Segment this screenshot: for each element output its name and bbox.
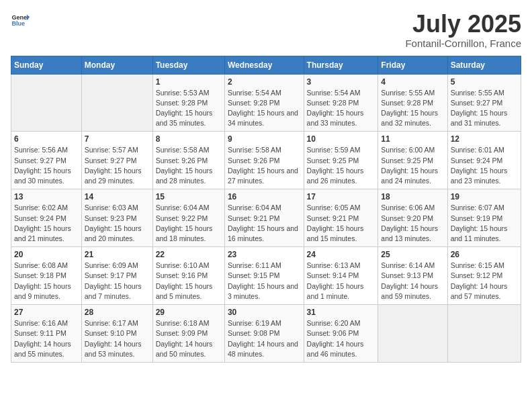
calendar-cell: 28Sunrise: 6:17 AMSunset: 9:10 PMDayligh… [81,305,152,363]
day-number: 30 [228,308,301,317]
day-number: 12 [451,134,518,144]
day-number: 9 [228,134,301,144]
calendar-table: SundayMondayTuesdayWednesdayThursdayFrid… [11,56,521,363]
day-number: 5 [451,77,518,87]
calendar-cell: 21Sunrise: 6:09 AMSunset: 9:17 PMDayligh… [81,247,152,305]
day-number: 28 [85,308,150,317]
day-number: 23 [228,250,301,259]
day-detail: Sunrise: 5:58 AMSunset: 9:26 PMDaylight:… [156,145,222,186]
header-cell-monday: Monday [81,56,152,74]
calendar-cell [378,305,447,363]
day-detail: Sunrise: 6:15 AMSunset: 9:12 PMDaylight:… [451,261,518,302]
day-detail: Sunrise: 6:03 AMSunset: 9:23 PMDaylight:… [85,203,150,244]
day-detail: Sunrise: 6:08 AMSunset: 9:18 PMDaylight:… [14,261,79,302]
day-detail: Sunrise: 5:56 AMSunset: 9:27 PMDaylight:… [14,145,79,186]
day-detail: Sunrise: 5:55 AMSunset: 9:28 PMDaylight:… [381,88,444,129]
calendar-cell: 6Sunrise: 5:56 AMSunset: 9:27 PMDaylight… [11,132,82,189]
calendar-week-row: 27Sunrise: 6:16 AMSunset: 9:11 PMDayligh… [11,305,521,363]
calendar-cell: 16Sunrise: 6:04 AMSunset: 9:21 PMDayligh… [224,189,304,247]
day-number: 11 [381,134,444,144]
day-number: 27 [14,308,79,317]
calendar-header-row: SundayMondayTuesdayWednesdayThursdayFrid… [11,56,521,74]
header-cell-sunday: Sunday [11,56,82,74]
day-number: 2 [228,77,301,87]
day-number: 13 [14,192,79,201]
day-number: 8 [156,134,222,144]
day-number: 21 [85,250,150,259]
calendar-cell: 10Sunrise: 5:59 AMSunset: 9:25 PMDayligh… [304,132,378,189]
calendar-cell: 9Sunrise: 5:58 AMSunset: 9:26 PMDaylight… [224,132,304,189]
calendar-cell [447,305,521,363]
calendar-cell: 26Sunrise: 6:15 AMSunset: 9:12 PMDayligh… [447,247,521,305]
calendar-cell: 5Sunrise: 5:55 AMSunset: 9:27 PMDaylight… [447,74,521,132]
day-number: 19 [451,192,518,201]
calendar-cell [81,74,152,132]
calendar-cell: 3Sunrise: 5:54 AMSunset: 9:28 PMDaylight… [304,74,378,132]
day-number: 15 [156,192,222,201]
day-detail: Sunrise: 5:59 AMSunset: 9:25 PMDaylight:… [307,145,375,186]
day-number: 25 [381,250,444,259]
day-detail: Sunrise: 5:57 AMSunset: 9:27 PMDaylight:… [85,145,150,186]
calendar-cell: 12Sunrise: 6:01 AMSunset: 9:24 PMDayligh… [447,132,521,189]
calendar-week-row: 13Sunrise: 6:02 AMSunset: 9:24 PMDayligh… [11,189,521,247]
day-number: 4 [381,77,444,87]
calendar-week-row: 1Sunrise: 5:53 AMSunset: 9:28 PMDaylight… [11,74,521,132]
calendar-week-row: 6Sunrise: 5:56 AMSunset: 9:27 PMDaylight… [11,132,521,189]
calendar-cell: 13Sunrise: 6:02 AMSunset: 9:24 PMDayligh… [11,189,82,247]
calendar-cell: 24Sunrise: 6:13 AMSunset: 9:14 PMDayligh… [304,247,378,305]
day-detail: Sunrise: 5:58 AMSunset: 9:26 PMDaylight:… [228,145,301,186]
calendar-cell: 11Sunrise: 6:00 AMSunset: 9:25 PMDayligh… [378,132,447,189]
calendar-week-row: 20Sunrise: 6:08 AMSunset: 9:18 PMDayligh… [11,247,521,305]
day-detail: Sunrise: 6:00 AMSunset: 9:25 PMDaylight:… [381,145,444,186]
day-number: 22 [156,250,222,259]
day-number: 17 [307,192,375,201]
calendar-cell: 17Sunrise: 6:05 AMSunset: 9:21 PMDayligh… [304,189,378,247]
calendar-cell: 4Sunrise: 5:55 AMSunset: 9:28 PMDaylight… [378,74,447,132]
day-number: 1 [156,77,222,87]
calendar-cell: 20Sunrise: 6:08 AMSunset: 9:18 PMDayligh… [11,247,82,305]
calendar-cell: 18Sunrise: 6:06 AMSunset: 9:20 PMDayligh… [378,189,447,247]
logo: General Blue [11,11,30,30]
header-cell-wednesday: Wednesday [224,56,304,74]
title-area: July 2025 Fontanil-Cornillon, France [405,11,521,49]
day-detail: Sunrise: 6:04 AMSunset: 9:22 PMDaylight:… [156,203,222,244]
calendar-cell: 31Sunrise: 6:20 AMSunset: 9:06 PMDayligh… [304,305,378,363]
day-detail: Sunrise: 6:10 AMSunset: 9:16 PMDaylight:… [156,261,222,302]
calendar-cell: 30Sunrise: 6:19 AMSunset: 9:08 PMDayligh… [224,305,304,363]
day-detail: Sunrise: 6:13 AMSunset: 9:14 PMDaylight:… [307,261,375,302]
header-cell-friday: Friday [378,56,447,74]
header-cell-thursday: Thursday [304,56,378,74]
day-detail: Sunrise: 6:14 AMSunset: 9:13 PMDaylight:… [381,261,444,302]
day-number: 18 [381,192,444,201]
calendar-cell: 8Sunrise: 5:58 AMSunset: 9:26 PMDaylight… [152,132,224,189]
calendar-cell: 1Sunrise: 5:53 AMSunset: 9:28 PMDaylight… [152,74,224,132]
logo-icon: General Blue [11,11,30,30]
main-title: July 2025 [405,11,521,38]
day-detail: Sunrise: 6:06 AMSunset: 9:20 PMDaylight:… [381,203,444,244]
day-detail: Sunrise: 6:02 AMSunset: 9:24 PMDaylight:… [14,203,79,244]
header-cell-saturday: Saturday [447,56,521,74]
day-number: 16 [228,192,301,201]
day-number: 31 [307,308,375,317]
day-detail: Sunrise: 6:17 AMSunset: 9:10 PMDaylight:… [85,318,150,359]
day-number: 20 [14,250,79,259]
day-detail: Sunrise: 6:01 AMSunset: 9:24 PMDaylight:… [451,145,518,186]
sub-title: Fontanil-Cornillon, France [405,38,521,49]
calendar-cell: 29Sunrise: 6:18 AMSunset: 9:09 PMDayligh… [152,305,224,363]
calendar-cell: 22Sunrise: 6:10 AMSunset: 9:16 PMDayligh… [152,247,224,305]
day-detail: Sunrise: 6:18 AMSunset: 9:09 PMDaylight:… [156,318,222,359]
day-detail: Sunrise: 6:19 AMSunset: 9:08 PMDaylight:… [228,318,301,359]
day-detail: Sunrise: 6:07 AMSunset: 9:19 PMDaylight:… [451,203,518,244]
day-detail: Sunrise: 5:54 AMSunset: 9:28 PMDaylight:… [307,88,375,129]
day-number: 24 [307,250,375,259]
calendar-cell [11,74,82,132]
day-detail: Sunrise: 6:20 AMSunset: 9:06 PMDaylight:… [307,318,375,359]
calendar-cell: 2Sunrise: 5:54 AMSunset: 9:28 PMDaylight… [224,74,304,132]
day-detail: Sunrise: 6:04 AMSunset: 9:21 PMDaylight:… [228,203,301,244]
calendar-cell: 19Sunrise: 6:07 AMSunset: 9:19 PMDayligh… [447,189,521,247]
calendar-cell: 15Sunrise: 6:04 AMSunset: 9:22 PMDayligh… [152,189,224,247]
day-number: 3 [307,77,375,87]
day-detail: Sunrise: 5:54 AMSunset: 9:28 PMDaylight:… [228,88,301,129]
calendar-cell: 23Sunrise: 6:11 AMSunset: 9:15 PMDayligh… [224,247,304,305]
calendar-cell: 14Sunrise: 6:03 AMSunset: 9:23 PMDayligh… [81,189,152,247]
